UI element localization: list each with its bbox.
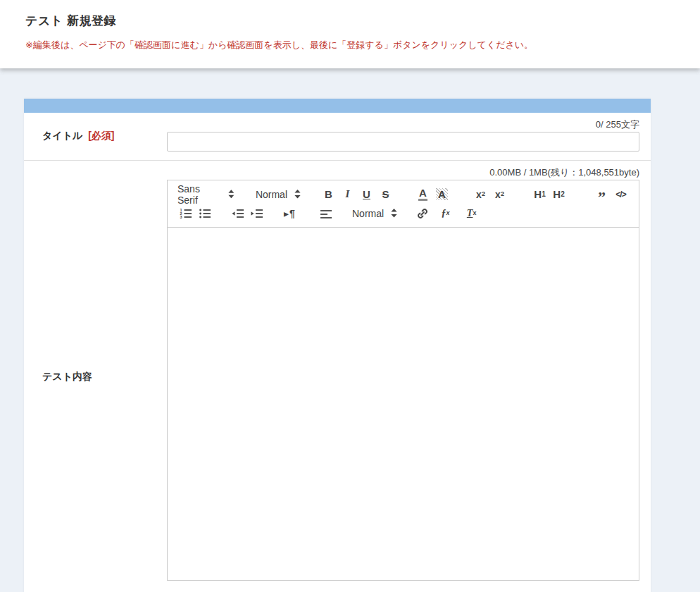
ordered-list-button[interactable]: 1 2 3 xyxy=(176,205,195,222)
content-label: テスト内容 xyxy=(42,371,92,383)
updown-arrows-icon xyxy=(391,209,397,218)
clean-formatting-button[interactable]: Tx xyxy=(462,205,481,222)
bullet-list-button[interactable] xyxy=(195,205,214,222)
content-label-cell: テスト内容 xyxy=(24,161,167,592)
indent-button[interactable] xyxy=(247,205,266,222)
toolbar-row-2: 1 2 3 xyxy=(176,204,630,222)
title-char-counter: 0/ 255文字 xyxy=(167,118,639,130)
font-picker-label: Sans Serif xyxy=(177,183,221,206)
formula-button[interactable]: ƒx xyxy=(436,205,455,222)
strikethrough-button[interactable]: S xyxy=(376,186,395,203)
updown-arrows-icon xyxy=(294,190,301,199)
background-color-icon: A xyxy=(436,188,448,201)
rich-text-editor: Sans Serif Normal B I xyxy=(167,180,639,581)
editor-toolbar: Sans Serif Normal B I xyxy=(168,180,639,228)
page-title: テスト 新規登録 xyxy=(25,13,675,29)
link-icon xyxy=(416,207,429,220)
size-picker[interactable]: Normal xyxy=(254,186,302,203)
svg-text:3: 3 xyxy=(180,215,182,219)
background-color-button[interactable]: A xyxy=(432,186,451,203)
title-label-cell: タイトル [必須] xyxy=(24,113,167,160)
italic-button[interactable]: I xyxy=(338,186,357,203)
title-row: タイトル [必須] 0/ 255文字 xyxy=(24,113,651,160)
underline-button[interactable]: U xyxy=(357,186,376,203)
link-button[interactable] xyxy=(413,205,432,222)
notice-text: ※編集後は、ページ下の「確認画面に進む」から確認画面を表示し、最後に「登録する」… xyxy=(25,39,675,51)
size-counter: 0.00MB / 1MB(残り：1,048,551byte) xyxy=(167,166,639,178)
font-picker[interactable]: Sans Serif xyxy=(176,186,236,203)
title-label: タイトル xyxy=(42,130,82,141)
code-block-button[interactable]: </> xyxy=(611,186,630,203)
subscript-button[interactable]: x2 xyxy=(471,186,490,203)
title-input[interactable] xyxy=(167,132,639,152)
ordered-list-icon: 1 2 3 xyxy=(180,207,192,220)
superscript-button[interactable]: x2 xyxy=(490,186,509,203)
size-picker-label: Normal xyxy=(256,189,287,200)
page-header: テスト 新規登録 ※編集後は、ページ下の「確認画面に進む」から確認画面を表示し、… xyxy=(0,0,700,68)
outdent-button[interactable] xyxy=(228,205,247,222)
text-color-icon: A xyxy=(418,187,427,201)
blockquote-button[interactable]: ” xyxy=(592,186,611,203)
align-button[interactable] xyxy=(316,205,335,222)
align-icon xyxy=(320,207,332,220)
header2-button[interactable]: H2 xyxy=(549,186,568,203)
form-card: タイトル [必須] 0/ 255文字 テスト内容 0.00MB / 1MB(残り… xyxy=(24,99,651,592)
line-height-picker[interactable]: Normal xyxy=(351,205,399,222)
text-direction-button[interactable]: ▸¶ xyxy=(280,205,299,222)
indent-icon xyxy=(251,207,263,220)
required-badge: [必須] xyxy=(88,130,114,141)
text-color-button[interactable]: A xyxy=(413,186,432,203)
content-row: テスト内容 0.00MB / 1MB(残り：1,048,551byte) San… xyxy=(24,160,651,592)
updown-arrows-icon xyxy=(228,190,235,199)
toolbar-row-1: Sans Serif Normal B I xyxy=(176,185,630,203)
content-value-cell: 0.00MB / 1MB(残り：1,048,551byte) Sans Seri… xyxy=(167,161,651,592)
line-height-picker-label: Normal xyxy=(352,208,384,219)
bullet-list-icon xyxy=(199,207,211,220)
header1-button[interactable]: H1 xyxy=(530,186,549,203)
accent-bar xyxy=(24,99,651,113)
editor-content[interactable] xyxy=(168,228,639,580)
outdent-icon xyxy=(232,207,244,220)
title-value-cell: 0/ 255文字 xyxy=(167,113,651,160)
bold-button[interactable]: B xyxy=(319,186,338,203)
